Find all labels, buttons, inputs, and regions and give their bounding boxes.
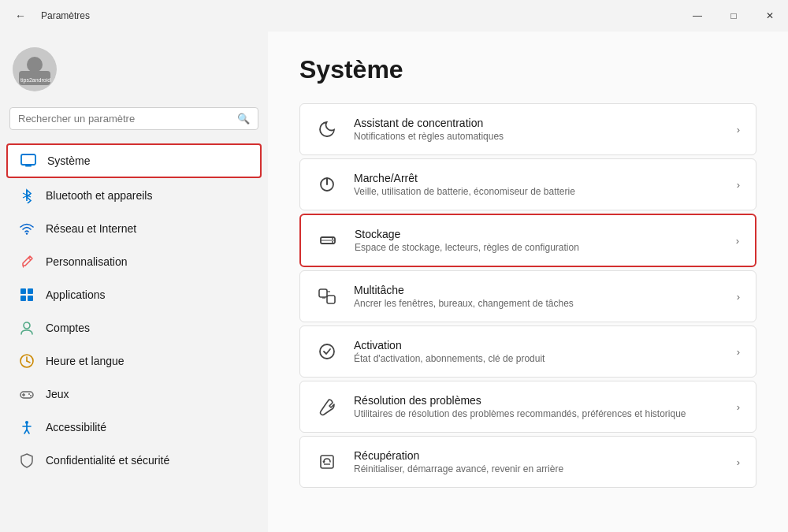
close-button[interactable]: ✕ bbox=[752, 0, 788, 32]
item-text-troubleshoot: Résolution des problèmes Utilitaires de … bbox=[354, 394, 721, 419]
multitask-icon bbox=[316, 285, 338, 307]
bluetooth-icon bbox=[19, 188, 35, 203]
svg-rect-37 bbox=[327, 296, 335, 303]
svg-rect-41 bbox=[321, 456, 333, 468]
settings-item-activation[interactable]: Activation État d'activation, abonnement… bbox=[299, 326, 756, 378]
item-desc-activation: État d'activation, abonnements, clé de p… bbox=[354, 353, 721, 364]
storage-icon bbox=[317, 229, 339, 251]
titlebar-controls: — □ ✕ bbox=[679, 0, 788, 32]
sidebar-item-apps[interactable]: Applications bbox=[6, 279, 262, 311]
svg-rect-4 bbox=[21, 154, 35, 165]
svg-point-35 bbox=[332, 241, 333, 243]
sidebar-item-personalization[interactable]: Personnalisation bbox=[6, 246, 262, 277]
titlebar: ← Paramètres — □ ✕ bbox=[0, 0, 788, 32]
settings-list: Assistant de concentration Notifications… bbox=[299, 103, 756, 488]
brush-icon bbox=[19, 254, 35, 270]
settings-item-storage[interactable]: Stockage Espace de stockage, lecteurs, r… bbox=[299, 214, 756, 267]
sidebar-label-bluetooth: Bluetooth et appareils bbox=[46, 189, 152, 202]
item-text-storage: Stockage Espace de stockage, lecteurs, r… bbox=[355, 228, 720, 253]
avatar-image: tips2android bbox=[13, 47, 57, 91]
svg-rect-15 bbox=[28, 296, 33, 301]
item-title-concentration: Assistant de concentration bbox=[354, 117, 721, 129]
checkmark-icon bbox=[316, 340, 338, 363]
chevron-right-icon: › bbox=[737, 456, 740, 468]
sidebar-label-system: Système bbox=[47, 154, 90, 167]
item-text-multitask: Multitâche Ancrer les fenêtres, bureaux,… bbox=[354, 284, 721, 309]
settings-item-recovery[interactable]: Récupération Réinitialiser, démarrage av… bbox=[299, 436, 756, 488]
item-desc-concentration: Notifications et règles automatiques bbox=[354, 131, 721, 142]
sidebar-item-accessibility[interactable]: Accessibilité bbox=[6, 411, 262, 443]
wrench-icon bbox=[316, 396, 338, 418]
item-text-concentration: Assistant de concentration Notifications… bbox=[354, 117, 721, 142]
svg-line-19 bbox=[27, 361, 30, 363]
item-title-recovery: Récupération bbox=[354, 449, 721, 462]
sidebar: tips2android 🔍 Système bbox=[0, 32, 268, 532]
back-button[interactable]: ← bbox=[9, 5, 32, 27]
settings-item-concentration[interactable]: Assistant de concentration Notifications… bbox=[299, 103, 756, 155]
settings-item-power[interactable]: Marche/Arrêt Veille, utilisation de batt… bbox=[299, 158, 756, 210]
search-box[interactable]: 🔍 bbox=[9, 107, 258, 130]
avatar-section: tips2android bbox=[0, 38, 268, 107]
sidebar-label-gaming: Jeux bbox=[46, 388, 69, 400]
gamepad-icon bbox=[19, 386, 35, 402]
search-icon: 🔍 bbox=[237, 113, 250, 125]
sidebar-label-personalization: Personnalisation bbox=[46, 255, 128, 268]
item-desc-power: Veille, utilisation de batterie, économi… bbox=[354, 186, 721, 197]
svg-point-24 bbox=[30, 395, 32, 396]
svg-rect-36 bbox=[319, 289, 327, 297]
sidebar-item-time[interactable]: Heure et langue bbox=[6, 345, 262, 377]
item-text-activation: Activation État d'activation, abonnement… bbox=[354, 339, 721, 364]
accessibility-icon bbox=[19, 419, 35, 435]
svg-line-29 bbox=[27, 430, 29, 433]
sidebar-label-apps: Applications bbox=[46, 288, 106, 301]
clock-icon bbox=[19, 353, 35, 369]
settings-item-multitask[interactable]: Multitâche Ancrer les fenêtres, bureaux,… bbox=[299, 270, 756, 322]
svg-point-2 bbox=[27, 57, 43, 73]
item-desc-recovery: Réinitialiser, démarrage avancé, revenir… bbox=[354, 463, 721, 474]
wifi-icon bbox=[19, 221, 35, 236]
chevron-right-icon: › bbox=[737, 291, 740, 303]
maximize-button[interactable]: □ bbox=[716, 0, 752, 32]
sidebar-label-privacy: Confidentialité et sécurité bbox=[46, 454, 169, 467]
item-desc-storage: Espace de stockage, lecteurs, règles de … bbox=[355, 242, 720, 253]
main-layout: tips2android 🔍 Système bbox=[0, 32, 788, 532]
svg-point-40 bbox=[320, 344, 334, 359]
chevron-right-icon: › bbox=[737, 346, 740, 358]
svg-line-11 bbox=[28, 258, 31, 260]
sidebar-label-time: Heure et langue bbox=[46, 355, 125, 367]
titlebar-left: ← Paramètres bbox=[9, 5, 90, 27]
power-icon bbox=[316, 173, 338, 195]
sidebar-item-network[interactable]: Réseau et Internet bbox=[6, 213, 262, 244]
svg-rect-12 bbox=[20, 288, 26, 294]
svg-point-23 bbox=[28, 393, 30, 395]
minimize-button[interactable]: — bbox=[679, 0, 716, 32]
svg-point-34 bbox=[332, 238, 333, 240]
moon-icon bbox=[316, 118, 338, 140]
sidebar-item-system[interactable]: Système bbox=[6, 143, 262, 178]
recovery-icon bbox=[316, 451, 338, 473]
sidebar-label-accessibility: Accessibilité bbox=[46, 421, 106, 433]
settings-item-troubleshoot[interactable]: Résolution des problèmes Utilitaires de … bbox=[299, 381, 756, 433]
search-input[interactable] bbox=[18, 113, 231, 125]
item-title-activation: Activation bbox=[354, 339, 721, 352]
avatar-graphic: tips2android bbox=[13, 47, 57, 91]
svg-point-10 bbox=[26, 233, 28, 234]
item-title-multitask: Multitâche bbox=[354, 284, 721, 296]
titlebar-title: Paramètres bbox=[41, 10, 90, 21]
user-icon bbox=[19, 320, 35, 336]
sidebar-item-privacy[interactable]: Confidentialité et sécurité bbox=[6, 445, 262, 476]
monitor-icon bbox=[20, 153, 36, 169]
sidebar-label-network: Réseau et Internet bbox=[46, 222, 136, 235]
sidebar-item-gaming[interactable]: Jeux bbox=[6, 378, 262, 410]
sidebar-label-accounts: Comptes bbox=[46, 322, 90, 334]
svg-rect-14 bbox=[20, 296, 26, 301]
item-title-power: Marche/Arrêt bbox=[354, 172, 721, 184]
apps-icon bbox=[19, 287, 35, 303]
chevron-right-icon: › bbox=[737, 401, 740, 413]
svg-rect-13 bbox=[28, 288, 33, 294]
item-title-troubleshoot: Résolution des problèmes bbox=[354, 394, 721, 407]
sidebar-item-accounts[interactable]: Comptes bbox=[6, 312, 262, 344]
content-area: Système Assistant de concentration Notif… bbox=[268, 32, 788, 532]
sidebar-item-bluetooth[interactable]: Bluetooth et appareils bbox=[6, 180, 262, 211]
avatar: tips2android bbox=[13, 47, 57, 91]
